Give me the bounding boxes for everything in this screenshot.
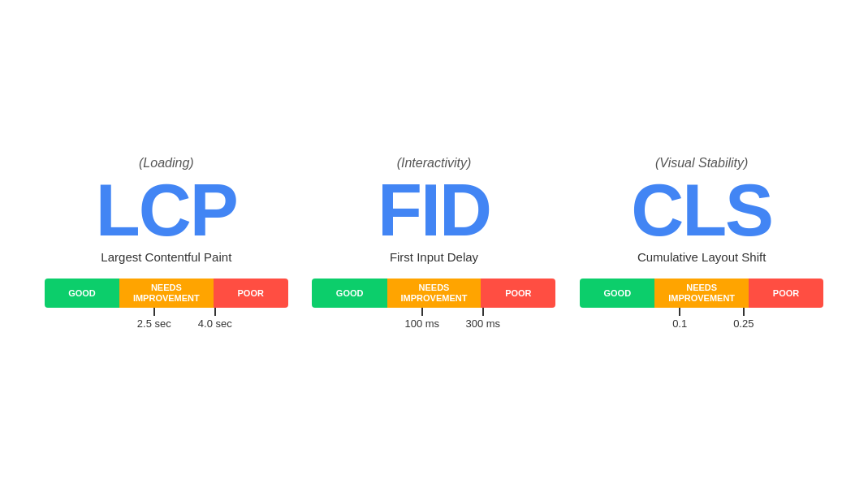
cls-bar-container: GOOD NEEDS IMPROVEMENT POOR 0.1 0.25	[580, 279, 823, 332]
lcp-bar-container: GOOD NEEDS IMPROVEMENT POOR 2.5 sec 4.0 …	[45, 279, 288, 332]
fid-bar-needs: NEEDS IMPROVEMENT	[387, 279, 481, 308]
fid-marker1-label: 100 ms	[404, 317, 439, 330]
cls-marker1-label: 0.1	[672, 317, 687, 330]
cls-bar: GOOD NEEDS IMPROVEMENT POOR	[580, 279, 823, 308]
cls-marker2: 0.25	[733, 308, 754, 330]
fid-bar-good: GOOD	[312, 279, 386, 308]
fid-marker2-line	[482, 308, 484, 316]
lcp-title: LCP	[96, 174, 237, 247]
fid-subtitle: (Interactivity)	[397, 156, 472, 171]
lcp-bar-good: GOOD	[45, 279, 119, 308]
cls-marker1: 0.1	[672, 308, 687, 330]
cls-bar-poor: POOR	[749, 279, 823, 308]
fid-description: First Input Delay	[390, 250, 478, 264]
cls-marker2-label: 0.25	[733, 317, 754, 330]
lcp-bar: GOOD NEEDS IMPROVEMENT POOR	[45, 279, 288, 308]
cls-bar-needs: NEEDS IMPROVEMENT	[654, 279, 748, 308]
fid-marker1-line	[421, 308, 423, 316]
lcp-bar-poor: POOR	[214, 279, 288, 308]
cls-subtitle: (Visual Stability)	[655, 156, 748, 171]
fid-bar: GOOD NEEDS IMPROVEMENT POOR	[312, 279, 555, 308]
cls-marker2-line	[743, 308, 745, 316]
lcp-marker1-label: 2.5 sec	[137, 317, 171, 330]
lcp-marker2-label: 4.0 sec	[198, 317, 232, 330]
lcp-marker1: 2.5 sec	[137, 308, 171, 330]
fid-card: (Interactivity) FID First Input Delay GO…	[312, 156, 555, 332]
lcp-markers: 2.5 sec 4.0 sec	[45, 308, 288, 332]
lcp-card: (Loading) LCP Largest Contentful Paint G…	[45, 156, 288, 332]
fid-marker2-label: 300 ms	[465, 317, 500, 330]
lcp-subtitle: (Loading)	[139, 156, 194, 171]
cls-card: (Visual Stability) CLS Cumulative Layout…	[580, 156, 823, 332]
cls-marker1-line	[679, 308, 680, 316]
fid-marker2: 300 ms	[465, 308, 500, 330]
cls-description: Cumulative Layout Shift	[637, 250, 766, 264]
main-container: (Loading) LCP Largest Contentful Paint G…	[0, 156, 868, 332]
lcp-marker2-line	[214, 308, 216, 316]
fid-bar-container: GOOD NEEDS IMPROVEMENT POOR 100 ms 300 m…	[312, 279, 555, 332]
cls-title: CLS	[631, 174, 772, 247]
fid-title: FID	[378, 174, 490, 247]
lcp-bar-needs: NEEDS IMPROVEMENT	[119, 279, 213, 308]
fid-bar-poor: POOR	[481, 279, 555, 308]
fid-marker1: 100 ms	[404, 308, 439, 330]
lcp-marker2: 4.0 sec	[198, 308, 232, 330]
cls-bar-good: GOOD	[580, 279, 654, 308]
lcp-marker1-line	[153, 308, 155, 316]
lcp-description: Largest Contentful Paint	[101, 250, 231, 264]
cls-markers: 0.1 0.25	[580, 308, 823, 332]
fid-markers: 100 ms 300 ms	[312, 308, 555, 332]
